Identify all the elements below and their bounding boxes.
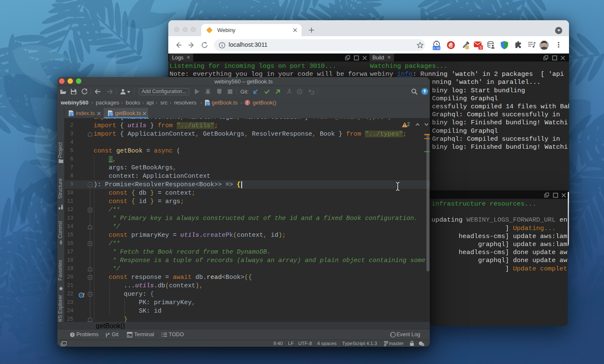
svg-text:0.35: 0.35 [433,46,440,50]
svg-text:TS: TS [206,102,210,105]
svg-text:TS: TS [70,113,74,116]
svg-text:TS: TS [109,113,113,116]
svg-text:3: 3 [480,46,482,50]
